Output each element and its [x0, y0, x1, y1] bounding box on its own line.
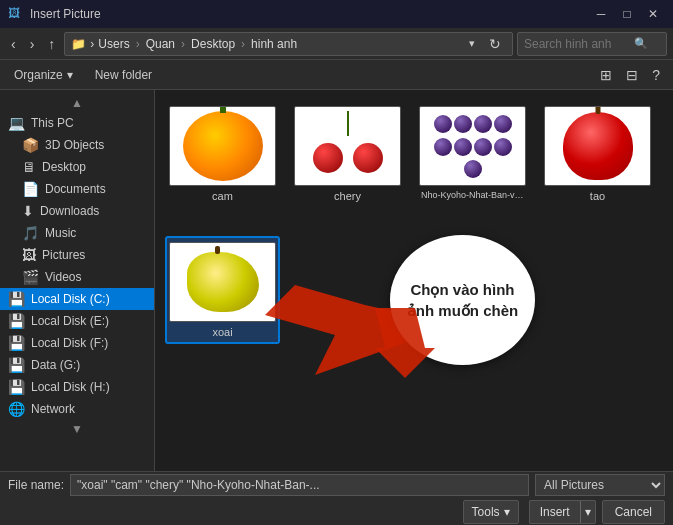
title-bar: 🖼 Insert Picture ─ □ ✕ — [0, 0, 673, 28]
tools-button[interactable]: Tools ▾ — [463, 500, 519, 524]
breadcrumb-dropdown[interactable]: ▾ — [464, 35, 480, 52]
sidebar-label-videos: Videos — [45, 270, 81, 284]
sidebar-item-network[interactable]: 🌐 Network — [0, 398, 154, 420]
file-item-nho[interactable]: Nho-Kyoho-Nhat-Ban-vinfruits.com-1-546x5… — [415, 100, 530, 226]
sidebar-label-3dobjects: 3D Objects — [45, 138, 104, 152]
minimize-button[interactable]: ─ — [589, 4, 613, 24]
network-icon: 🌐 — [8, 401, 25, 417]
organize-button[interactable]: Organize ▾ — [8, 65, 79, 85]
back-button[interactable]: ‹ — [6, 34, 21, 54]
sidebar: ▲ 💻 This PC 📦 3D Objects 🖥 Desktop 📄 Doc… — [0, 90, 155, 471]
sidebar-item-pictures[interactable]: 🖼 Pictures — [0, 244, 154, 266]
main-area: ▲ 💻 This PC 📦 3D Objects 🖥 Desktop 📄 Doc… — [0, 90, 673, 471]
breadcrumb-desktop[interactable]: Desktop — [191, 37, 235, 51]
file-grid: cam chery — [165, 100, 663, 344]
sidebar-item-thispc[interactable]: 💻 This PC — [0, 112, 154, 134]
file-item-tao[interactable]: tao — [540, 100, 655, 226]
sidebar-item-downloads[interactable]: ⬇ Downloads — [0, 200, 154, 222]
file-thumb-nho — [419, 106, 526, 186]
up-button[interactable]: ↑ — [43, 34, 60, 54]
sidebar-label-localdiске: Local Disk (E:) — [31, 314, 109, 328]
sidebar-item-datag[interactable]: 💾 Data (G:) — [0, 354, 154, 376]
breadcrumb-sep2: › — [136, 37, 140, 51]
filetype-select[interactable]: All Pictures All Files — [535, 474, 665, 496]
app-icon: 🖼 — [8, 6, 24, 22]
file-thumb-cam — [169, 106, 276, 186]
file-thumb-xoai — [169, 242, 276, 322]
sidebar-label-pictures: Pictures — [42, 248, 85, 262]
sidebar-label-localdiskc: Local Disk (C:) — [31, 292, 110, 306]
file-area: cam chery — [155, 90, 673, 471]
desktop-icon: 🖥 — [22, 159, 36, 175]
tools-dropdown-icon: ▾ — [504, 505, 510, 519]
refresh-button[interactable]: ↻ — [484, 34, 506, 54]
cancel-button[interactable]: Cancel — [602, 500, 665, 524]
filename-input[interactable] — [70, 474, 529, 496]
pictures-icon: 🖼 — [22, 247, 36, 263]
bottom-bar: File name: All Pictures All Files Tools … — [0, 471, 673, 525]
sidebar-scroll-up[interactable]: ▲ — [0, 94, 154, 112]
sidebar-item-3dobjects[interactable]: 📦 3D Objects — [0, 134, 154, 156]
sidebar-item-desktop[interactable]: 🖥 Desktop — [0, 156, 154, 178]
mango-thumbnail — [187, 252, 259, 312]
file-name-tao: tao — [546, 190, 649, 202]
file-item-chery[interactable]: chery — [290, 100, 405, 226]
sidebar-label-thispc: This PC — [31, 116, 74, 130]
forward-button[interactable]: › — [25, 34, 40, 54]
preview-button[interactable]: ⊟ — [621, 65, 643, 85]
maximize-button[interactable]: □ — [615, 4, 639, 24]
file-item-cam[interactable]: cam — [165, 100, 280, 226]
sidebar-item-localdiskc[interactable]: 💾 Local Disk (C:) — [0, 288, 154, 310]
organize-dropdown-icon: ▾ — [67, 68, 73, 82]
file-name-nho: Nho-Kyoho-Nhat-Ban-vinfruits.com-1-546x5… — [421, 190, 524, 220]
sidebar-item-music[interactable]: 🎵 Music — [0, 222, 154, 244]
search-input[interactable] — [524, 37, 634, 51]
file-item-xoai[interactable]: xoai — [165, 236, 280, 344]
cherry-thumbnail — [308, 111, 388, 181]
sidebar-scroll-down[interactable]: ▼ — [0, 420, 154, 438]
file-thumb-chery — [294, 106, 401, 186]
sidebar-label-music: Music — [45, 226, 76, 240]
localdiskf-icon: 💾 — [8, 335, 25, 351]
sidebar-item-documents[interactable]: 📄 Documents — [0, 178, 154, 200]
breadcrumb-users[interactable]: Users — [98, 37, 129, 51]
insert-button[interactable]: Insert — [529, 500, 580, 524]
documents-icon: 📄 — [22, 181, 39, 197]
sidebar-item-localdiskf[interactable]: 💾 Local Disk (F:) — [0, 332, 154, 354]
thispc-icon: 💻 — [8, 115, 25, 131]
videos-icon: 🎬 — [22, 269, 39, 285]
help-button[interactable]: ? — [647, 65, 665, 85]
breadcrumb-sep: › — [90, 37, 94, 51]
datag-icon: 💾 — [8, 357, 25, 373]
sidebar-item-localdiске[interactable]: 💾 Local Disk (E:) — [0, 310, 154, 332]
file-name-chery: chery — [296, 190, 399, 202]
new-folder-button[interactable]: New folder — [87, 65, 160, 85]
localdiске-icon: 💾 — [8, 313, 25, 329]
sidebar-label-network: Network — [31, 402, 75, 416]
breadcrumb-quan[interactable]: Quan — [146, 37, 175, 51]
view-toggle-button[interactable]: ⊞ — [595, 65, 617, 85]
search-box[interactable]: 🔍 — [517, 32, 667, 56]
breadcrumb-sep4: › — [241, 37, 245, 51]
localdiskh-icon: 💾 — [8, 379, 25, 395]
search-icon: 🔍 — [634, 37, 648, 50]
tools-label: Tools — [472, 505, 500, 519]
sidebar-label-localdiskf: Local Disk (F:) — [31, 336, 108, 350]
sidebar-label-datag: Data (G:) — [31, 358, 80, 372]
filename-label: File name: — [8, 478, 64, 492]
downloads-icon: ⬇ — [22, 203, 34, 219]
secondary-toolbar: Organize ▾ New folder ⊞ ⊟ ? — [0, 60, 673, 90]
file-thumb-tao — [544, 106, 651, 186]
breadcrumb-folder[interactable]: hinh anh — [251, 37, 297, 51]
grape-thumbnail — [433, 111, 513, 181]
breadcrumb: 📁 › Users › Quan › Desktop › hinh anh ▾ … — [64, 32, 513, 56]
nav-bar: ‹ › ↑ 📁 › Users › Quan › Desktop › hinh … — [0, 28, 673, 60]
close-button[interactable]: ✕ — [641, 4, 665, 24]
sidebar-item-videos[interactable]: 🎬 Videos — [0, 266, 154, 288]
sidebar-label-desktop: Desktop — [42, 160, 86, 174]
action-row: Tools ▾ Insert ▾ Cancel — [8, 500, 665, 524]
sidebar-item-localdiskh[interactable]: 💾 Local Disk (H:) — [0, 376, 154, 398]
3dobjects-icon: 📦 — [22, 137, 39, 153]
apple-thumbnail — [563, 112, 633, 180]
insert-dropdown-button[interactable]: ▾ — [580, 500, 596, 524]
